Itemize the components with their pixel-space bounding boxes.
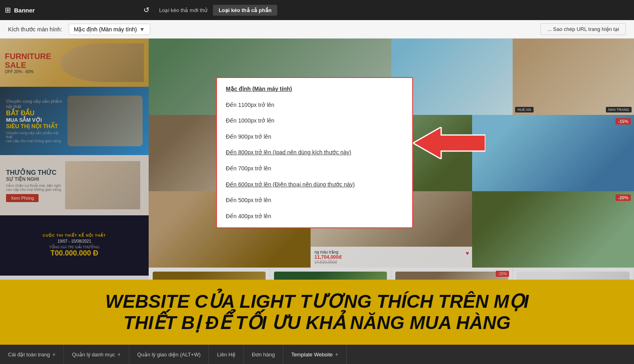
screen-size-dropdown[interactable]: Mặc định (Màn máy tính) Đến 1100px trở l… (216, 77, 413, 228)
dropdown-item-4[interactable]: Đến 800px trở lên (Ipad nên dùng kích th… (217, 145, 412, 161)
banner-label: Banner (14, 7, 35, 14)
chevron-down-icon: ▼ (139, 26, 145, 33)
nav-contact-label: Liên Hệ (217, 352, 235, 358)
nav-template-plus: + (335, 351, 338, 358)
dropdown-item-6[interactable]: Đến 600px trở lên (Điện thoại nên dùng t… (217, 177, 412, 193)
dropdown-item-3[interactable]: Đến 900px trở lên (217, 129, 412, 145)
grid-icon[interactable]: ⊞ (5, 6, 11, 14)
selected-screen-size: Mặc định (Màn máy tính) (74, 26, 137, 33)
dropdown-item-7[interactable]: Đến 500px trở lên (217, 192, 412, 209)
nav-category-label: Quản lý danh mục (72, 352, 115, 358)
main-content: ⚡ FURNITURESALE OFF 20% - 60% Chuyên cun… (0, 39, 634, 345)
nav-item-contact[interactable]: Liên Hệ (209, 345, 244, 364)
drag-tab-full[interactable]: Loại kéo thả cả phần (213, 5, 277, 16)
screen-size-select[interactable]: Mặc định (Màn máy tính) ▼ (69, 24, 150, 35)
reset-icon[interactable]: ↺ (143, 6, 149, 14)
dropdown-item-8[interactable]: Đến 400px trở lên (217, 209, 412, 225)
nav-item-template[interactable]: Template Website + (283, 345, 347, 364)
nav-item-interface[interactable]: Quản lý giao diện (ALT+W) (129, 345, 209, 364)
screen-size-bar: Kích thước màn hình: Mặc định (Màn máy t… (0, 20, 634, 39)
nav-orders-label: Đơn hàng (252, 352, 275, 358)
svg-marker-0 (413, 127, 485, 159)
bottom-nav: Cài đặt toàn trang + Quản lý danh mục + … (0, 345, 634, 364)
nav-interface-label: Quản lý giao diện (ALT+W) (137, 352, 201, 358)
nav-item-category[interactable]: Quản lý danh mục + (64, 345, 129, 364)
drag-tab-new[interactable]: Loại kéo thả mới thử (153, 5, 213, 16)
toolbar: ⊞ Banner ↺ Loại kéo thả mới thử Loại kéo… (0, 0, 634, 20)
nav-item-settings[interactable]: Cài đặt toàn trang + (0, 345, 64, 364)
nav-settings-plus: + (52, 351, 55, 358)
toolbar-left: ⊞ Banner ↺ (5, 6, 149, 14)
drag-type-tabs: Loại kéo thả mới thử Loại kéo thả cả phầ… (153, 5, 277, 16)
red-arrow (413, 127, 485, 159)
dropdown-item-2[interactable]: Đến 1000px trở lên (217, 113, 412, 129)
nav-template-label: Template Website (291, 352, 333, 358)
dropdown-item-0[interactable]: Mặc định (Màn máy tính) (217, 81, 412, 97)
nav-category-plus: + (117, 351, 121, 358)
nav-item-orders[interactable]: Đơn hàng (244, 345, 283, 364)
screen-size-label: Kích thước màn hình: (8, 26, 62, 33)
dropdown-item-5[interactable]: Đến 700px trở lên (217, 161, 412, 177)
nav-settings-label: Cài đặt toàn trang (8, 352, 50, 358)
dropdown-item-1[interactable]: Đến 1100px trở lên (217, 97, 412, 113)
copy-url-button[interactable]: ... Sao chép URL trang hiện tại (540, 23, 626, 35)
